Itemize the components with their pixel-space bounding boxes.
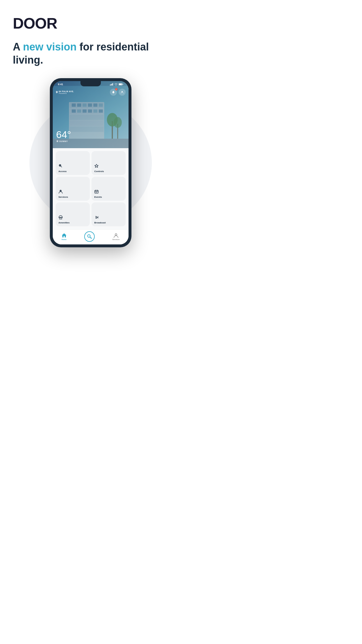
svg-line-40 <box>57 142 57 142</box>
svg-point-58 <box>115 234 117 235</box>
broadcast-icon <box>94 215 99 220</box>
services-card[interactable]: Services <box>56 177 90 201</box>
services-icon <box>59 190 63 195</box>
status-icons <box>110 83 123 86</box>
weather-condition: SUNNY <box>56 140 71 142</box>
amenities-label: Amenities <box>59 221 70 224</box>
status-time: 9:41 <box>58 83 63 86</box>
svg-rect-45 <box>95 190 98 193</box>
amenities-card[interactable]: Amenities <box>56 202 90 226</box>
brand-title: DOOR <box>13 15 168 32</box>
key-nav-button[interactable] <box>84 231 95 242</box>
tagline: A new vision for residential living. <box>13 40 168 66</box>
page-wrapper: DOOR A new vision for residential living… <box>0 0 181 259</box>
access-icon <box>59 164 63 169</box>
svg-rect-3 <box>113 83 113 85</box>
notification-button[interactable]: 1 <box>110 89 117 96</box>
svg-rect-50 <box>96 192 97 192</box>
svg-rect-0 <box>110 85 110 85</box>
svg-point-44 <box>60 190 61 191</box>
svg-point-42 <box>59 165 60 166</box>
controls-card[interactable]: Controls <box>92 151 126 175</box>
bell-icon <box>112 91 115 94</box>
events-label: Events <box>94 196 102 198</box>
svg-line-38 <box>58 142 58 142</box>
broadcast-label: Broadcast <box>94 221 106 224</box>
services-nav-label: Services <box>113 239 120 240</box>
nav-services[interactable]: Services <box>113 233 120 240</box>
access-label: Access <box>59 170 67 173</box>
home-nav-icon <box>61 233 67 238</box>
svg-rect-1 <box>111 84 111 86</box>
controls-label: Controls <box>94 170 104 173</box>
signal-icon <box>110 83 113 85</box>
weather-block: 64° <box>56 130 71 142</box>
hero-area: 64 PALM AVE. Pasadena 1 <box>53 81 129 148</box>
hero-icons: 1 <box>110 89 126 96</box>
sun-icon <box>56 140 59 142</box>
svg-point-32 <box>57 141 58 142</box>
broadcast-card[interactable]: Broadcast <box>92 202 126 226</box>
home-nav-label: Home <box>61 239 66 240</box>
notification-badge: 1 <box>115 88 117 90</box>
phone-device: 9:41 <box>50 78 131 247</box>
events-icon <box>94 190 99 195</box>
temperature-display: 64° <box>56 130 71 139</box>
svg-rect-51 <box>59 217 62 218</box>
phone-inner: 64 PALM AVE. Pasadena 1 <box>53 81 129 244</box>
svg-rect-6 <box>119 84 122 85</box>
phone-container: 9:41 <box>13 78 168 247</box>
access-card[interactable]: Access <box>56 151 90 175</box>
key-nav-icon <box>87 234 92 239</box>
bottom-nav: Home Services <box>53 229 129 244</box>
wifi-icon <box>114 83 118 86</box>
location-icon <box>56 91 58 93</box>
address-city: Pasadena <box>59 92 74 94</box>
profile-icon <box>121 91 124 94</box>
services-nav-icon <box>113 233 119 238</box>
address-name: 64 PALM AVE. <box>59 90 74 92</box>
svg-rect-2 <box>112 84 112 85</box>
weather-label: SUNNY <box>59 140 68 142</box>
profile-button[interactable] <box>119 89 126 96</box>
phone-notch <box>80 81 101 86</box>
amenities-icon <box>59 215 63 220</box>
svg-rect-49 <box>96 192 96 192</box>
nav-home[interactable]: Home <box>61 233 67 240</box>
events-card[interactable]: Events <box>92 177 126 201</box>
services-label: Services <box>59 196 68 198</box>
tagline-prefix: A <box>13 41 23 53</box>
svg-line-39 <box>58 140 58 141</box>
battery-icon <box>119 83 123 85</box>
tagline-highlight: new vision <box>23 41 77 53</box>
address-block: 64 PALM AVE. Pasadena <box>56 90 74 94</box>
address-text: 64 PALM AVE. Pasadena <box>59 90 74 94</box>
svg-line-37 <box>57 140 57 141</box>
svg-rect-5 <box>122 84 123 85</box>
hero-top-bar: 64 PALM AVE. Pasadena 1 <box>56 89 126 96</box>
controls-icon <box>94 164 99 169</box>
app-grid: Access Controls <box>53 148 129 229</box>
